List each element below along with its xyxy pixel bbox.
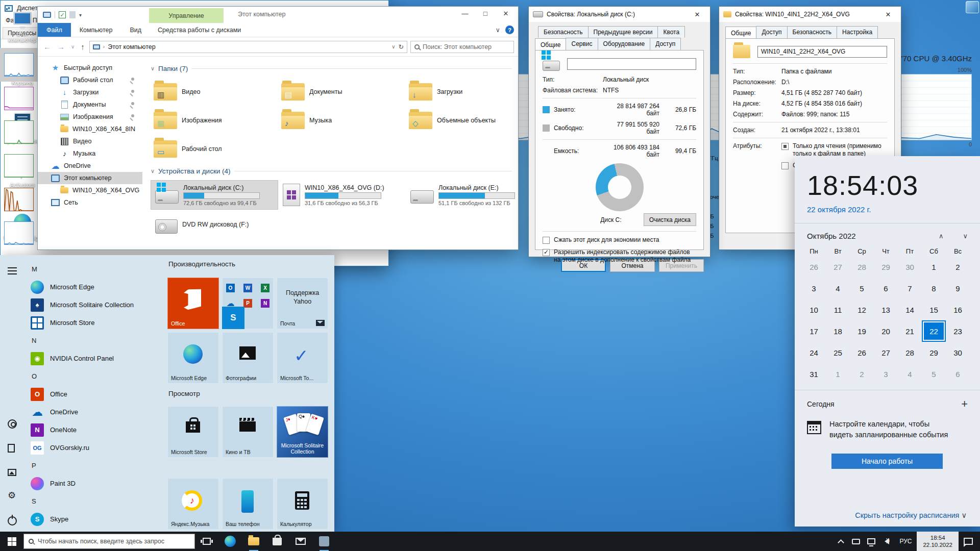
calendar-day[interactable]: 14 <box>898 299 922 320</box>
forward-icon[interactable]: → <box>56 42 66 51</box>
calendar-day[interactable]: 28 <box>898 342 922 363</box>
search-box[interactable]: Поиск: Этот компьютер <box>410 41 514 53</box>
tab-view[interactable]: Вид <box>121 23 150 37</box>
folder-item[interactable]: ▥Видео <box>151 78 278 106</box>
calendar-day[interactable]: 4 <box>898 363 922 385</box>
calendar-day[interactable]: 12 <box>850 299 874 320</box>
calendar-day[interactable]: 5 <box>850 278 874 299</box>
calendar-day[interactable]: 30 <box>898 256 922 278</box>
app-list-letter[interactable]: S <box>24 492 163 510</box>
tile-your-phone[interactable]: Ваш телефон <box>222 478 274 530</box>
folder-item[interactable]: ▤Документы <box>278 78 406 106</box>
calendar-day[interactable]: 27 <box>826 256 850 278</box>
tab-security[interactable]: Безопасность <box>538 26 589 38</box>
calendar-day[interactable]: 24 <box>802 342 826 363</box>
calendar-day[interactable]: 2 <box>946 256 970 278</box>
calendar-day[interactable]: 1 <box>826 363 850 385</box>
calendar-day[interactable]: 7 <box>898 278 922 299</box>
tab-file[interactable]: Файл <box>38 23 71 37</box>
folder-item[interactable]: ◇Объемные объекты <box>406 106 519 135</box>
app-list-item[interactable]: ♠Microsoft Solitaire Collection <box>24 296 163 314</box>
tray-expand-button[interactable] <box>833 532 848 551</box>
drive-item[interactable]: DVD RW дисковод (F:) <box>151 210 278 239</box>
tray-network-icon[interactable] <box>864 532 879 551</box>
folders-section-header[interactable]: ∨ Папки (7) <box>151 65 519 72</box>
drive-item[interactable]: Локальный диск (E:)51,1 ГБ свободно из 1… <box>406 180 519 210</box>
app-list-letter[interactable]: P <box>24 457 163 474</box>
calendar-day[interactable]: 6 <box>946 363 970 385</box>
corner-widget-icon[interactable] <box>966 1 979 13</box>
user-icon[interactable] <box>8 419 17 429</box>
tab-access[interactable]: Доступ <box>756 26 787 38</box>
back-icon[interactable]: ← <box>42 42 53 51</box>
sidebar-item[interactable]: Видео <box>38 135 142 147</box>
date-link[interactable]: 22 октября 2022 г. <box>795 201 980 223</box>
app-list-item[interactable]: NOneNote <box>24 421 163 439</box>
tile-todo[interactable]: ✓ Microsoft To... <box>277 332 328 384</box>
folder-item[interactable]: ▦Изображения <box>151 106 278 135</box>
sidebar-item[interactable]: OneDrive <box>38 160 142 172</box>
app-list-item[interactable]: ◉NVIDIA Control Panel <box>24 349 163 367</box>
calendar-day[interactable]: 15 <box>922 299 946 320</box>
properties-icon[interactable] <box>69 11 76 18</box>
app-list-item[interactable]: OOffice <box>24 385 163 403</box>
calendar-day[interactable]: 29 <box>922 342 946 363</box>
calendar-day[interactable]: 1 <box>922 256 946 278</box>
language-indicator[interactable]: РУС <box>894 538 917 545</box>
calendar-day[interactable]: 8 <box>922 278 946 299</box>
minimize-button[interactable]: — <box>455 7 475 20</box>
recent-locations-icon[interactable]: ∨ <box>69 44 76 49</box>
tab-disk-tools[interactable]: Средства работы с дисками <box>149 23 250 37</box>
tab-general[interactable]: Общие <box>725 27 756 39</box>
collapse-icon[interactable]: ∨ <box>151 168 155 174</box>
compress-checkbox-row[interactable]: Сжать этот диск для экономии места <box>543 236 696 244</box>
taskbar-store[interactable] <box>265 532 289 551</box>
app-list-item[interactable]: OGOVGorskiy.ru <box>24 439 163 457</box>
collapse-icon[interactable]: ∨ <box>151 65 155 72</box>
calendar-day[interactable]: 20 <box>874 320 898 342</box>
start-button[interactable] <box>0 532 23 551</box>
calendar-day[interactable]: 22 <box>922 320 946 342</box>
help-icon[interactable]: ? <box>505 26 514 34</box>
calendar-day[interactable]: 19 <box>850 320 874 342</box>
power-icon[interactable] <box>8 516 17 525</box>
tab-previous-versions[interactable]: Предыдущие версии <box>588 26 658 38</box>
app-list-item[interactable]: ☁OneDrive <box>24 403 163 421</box>
calendar-day[interactable]: 18 <box>826 320 850 342</box>
index-checkbox-row[interactable]: Разрешить индексировать содержимое файло… <box>543 248 696 264</box>
address-dropdown-icon[interactable]: ∨ <box>391 44 395 49</box>
calendar-day[interactable]: 23 <box>946 320 970 342</box>
task-view-button[interactable] <box>195 532 218 551</box>
calendar-day[interactable]: 27 <box>874 342 898 363</box>
hide-agenda-link[interactable]: Скрыть настройку расписания ∨ <box>855 511 967 519</box>
add-event-icon[interactable]: + <box>961 397 968 411</box>
checkbox-icon[interactable]: ✓ <box>59 11 66 18</box>
drive-item[interactable]: Локальный диск (C:)72,6 ГБ свободно из 9… <box>151 180 278 210</box>
folder-item[interactable]: ↓Загрузки <box>406 78 519 106</box>
action-center-icon[interactable] <box>964 538 973 545</box>
documents-icon[interactable] <box>8 444 15 453</box>
up-icon[interactable]: ↑ <box>79 42 86 51</box>
folder-item[interactable]: ♪Музыка <box>278 106 406 135</box>
hamburger-icon[interactable] <box>8 265 17 274</box>
calendar-day[interactable]: 30 <box>946 342 970 363</box>
hidden-checkbox[interactable] <box>781 162 789 169</box>
taskbar-running-app[interactable] <box>312 532 336 551</box>
readonly-checkbox[interactable] <box>781 143 789 150</box>
tab-service[interactable]: Сервис <box>566 38 598 50</box>
calendar-day[interactable]: 31 <box>802 363 826 385</box>
index-checkbox[interactable] <box>543 249 550 256</box>
settings-icon[interactable]: ⚙ <box>8 491 17 500</box>
close-icon[interactable]: ✕ <box>879 11 897 18</box>
tray-display-icon[interactable] <box>848 532 864 551</box>
app-list-item[interactable]: Microsoft Edge <box>24 278 163 296</box>
calendar-day[interactable]: 5 <box>922 363 946 385</box>
ribbon-collapse-icon[interactable]: ∨ <box>496 26 500 34</box>
tile-skype[interactable]: S <box>222 307 244 329</box>
qat-customize-icon[interactable]: ▾ <box>79 12 82 18</box>
close-button[interactable]: ✕ <box>496 7 516 20</box>
app-list-letter[interactable]: O <box>24 367 163 385</box>
tile-calculator[interactable]: Калькулятор <box>277 478 328 530</box>
folder-name-input[interactable]: WIN10_4IN1_22H2_X64_OVG <box>757 46 887 58</box>
app-list-letter[interactable]: N <box>24 332 163 349</box>
